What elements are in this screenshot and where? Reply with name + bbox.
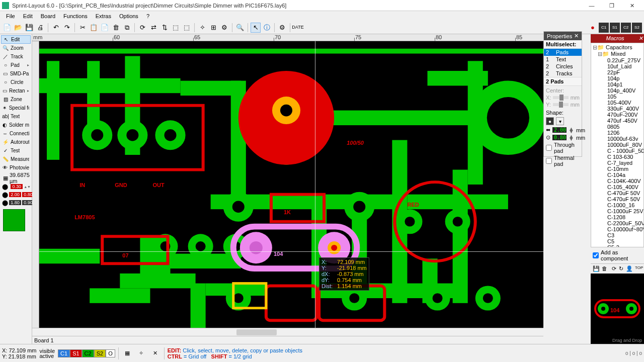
tool-zoom[interactable]: 🔍Zoom	[1, 44, 31, 52]
open-button[interactable]: 📂	[13, 23, 23, 33]
tool-special-form[interactable]: ✶Special form	[1, 104, 31, 112]
tree-sub[interactable]: ⊟📁 Mixed	[592, 51, 642, 57]
tool-text[interactable]: ab|Text	[1, 112, 31, 121]
menu-edit[interactable]: Edit	[19, 12, 37, 20]
tree-item[interactable]: C-104K-400V	[592, 178, 642, 184]
tree-item[interactable]: 330uF_400V	[592, 106, 642, 112]
tree-item[interactable]: 104p_400V	[592, 87, 642, 94]
props-row-tracks[interactable]: 2Tracks	[544, 70, 582, 77]
menu-help[interactable]: ?	[142, 12, 153, 20]
tree-item[interactable]: 10000uF_80V	[592, 142, 642, 148]
rotate-button[interactable]: ⟳	[137, 23, 147, 33]
board-thumbnail[interactable]	[3, 209, 25, 231]
y-slider[interactable]	[553, 103, 569, 106]
param-row-0[interactable]: ⬤0.30▲▼	[1, 183, 31, 190]
tool-measure[interactable]: 📏Measure	[1, 155, 31, 163]
align-button[interactable]: ⊞	[208, 23, 218, 33]
tree-item[interactable]: 470uf -450V	[592, 118, 642, 124]
minimize-button[interactable]: —	[582, 0, 602, 11]
pcb-canvas[interactable]: IN GND OUT LM7805 1K RED 100/50 104 07 X…	[39, 41, 543, 328]
date-button[interactable]: DATE	[293, 23, 303, 33]
tree-item[interactable]: C-10mm	[592, 166, 642, 172]
layer-c2-button[interactable]: C2	[621, 23, 631, 33]
tree-item[interactable]: C5-2	[592, 244, 642, 247]
menu-file[interactable]: File	[2, 12, 19, 20]
macro-user-icon[interactable]: 👤	[626, 265, 633, 273]
copy-button[interactable]: 📋	[89, 23, 99, 33]
status-grid-button[interactable]: ▦	[122, 348, 133, 359]
tool-photoview[interactable]: 👁Photoview	[1, 163, 31, 172]
print-button[interactable]: 🖨	[35, 23, 45, 33]
add-as-component-checkbox[interactable]: Add as component	[591, 248, 644, 262]
tree-item[interactable]: 0805	[592, 124, 642, 130]
macro-preview[interactable]: 104 Drag and Drop	[591, 274, 644, 344]
tree-item[interactable]: 470uF-200V	[592, 112, 642, 118]
props-row-text[interactable]: 1Text	[544, 56, 582, 63]
macro-save-icon[interactable]: 💾	[593, 265, 600, 273]
tool-test[interactable]: ✓Test	[1, 146, 31, 155]
tool-solder-mask[interactable]: ◐Solder mask	[1, 121, 31, 129]
shape-more-button[interactable]: ▾	[556, 117, 564, 125]
drc-button[interactable]: ⚙	[277, 23, 287, 33]
new-button[interactable]: 📄	[2, 23, 12, 33]
layer-o[interactable]: O	[106, 349, 115, 357]
properties-close-icon[interactable]: ✕	[574, 33, 579, 39]
snap-button[interactable]: ✧	[197, 23, 207, 33]
tree-item[interactable]: 10uf_Laid	[592, 63, 642, 69]
cut-button[interactable]: ✂	[77, 23, 88, 33]
pad-drill-value[interactable]: 0.80	[552, 135, 567, 140]
tool-smd-pad[interactable]: ▭SMD-Pad	[1, 69, 31, 78]
tool-edit[interactable]: ↖Edit	[1, 35, 31, 44]
macro-top-icon[interactable]: TOP	[635, 265, 642, 273]
duplicate-button[interactable]: ⧉	[122, 23, 132, 33]
tree-item[interactable]: 1206	[592, 130, 642, 136]
thermal-pad-checkbox[interactable]: Thermal pad	[546, 155, 580, 167]
ungroup-button[interactable]: ⬚	[182, 23, 192, 33]
tree-item[interactable]: C-105_400V	[592, 184, 642, 190]
component-button[interactable]: ⚙	[219, 23, 229, 33]
tree-item[interactable]: C-1000uF 25V	[592, 208, 642, 214]
layer-c1-button[interactable]: C1	[599, 23, 609, 33]
menu-options[interactable]: Options	[115, 12, 142, 20]
macros-close-icon[interactable]: ✕	[638, 35, 643, 42]
tree-item[interactable]: 10000uf-63v	[592, 136, 642, 142]
tree-item[interactable]: C-1000_16	[592, 202, 642, 208]
maximize-button[interactable]: ❐	[602, 0, 622, 11]
tree-item[interactable]: C 103-630	[592, 154, 642, 160]
tree-item[interactable]: 105	[592, 94, 642, 100]
paste-button[interactable]: 📄	[100, 23, 110, 33]
board-tab[interactable]: Board 1	[32, 336, 543, 344]
shape-round-button[interactable]: ●	[546, 117, 554, 125]
grid-readout[interactable]: ▦39.6875 µm	[1, 174, 31, 182]
pad-outer-value[interactable]: 2.00	[552, 127, 567, 133]
tree-item[interactable]: C-104a	[592, 172, 642, 178]
layer-s1-button[interactable]: S1	[610, 23, 620, 33]
layer-s2-button[interactable]: S2	[632, 23, 642, 33]
macros-tree[interactable]: ⊟📁 Capacitors ⊟📁 Mixed0.22uF_275V10uf_La…	[591, 43, 644, 247]
tool-autoroute[interactable]: ⚡Autoroute	[1, 138, 31, 146]
tool-pad[interactable]: ○Pad▸	[1, 61, 31, 69]
tool-connections[interactable]: ↔Connections	[1, 129, 31, 138]
tree-item[interactable]: 22pF	[592, 69, 642, 75]
tree-item[interactable]: C-1208	[592, 214, 642, 220]
info-button[interactable]: ⓘ	[262, 23, 272, 33]
mirror-h-button[interactable]: ⇄	[148, 23, 158, 33]
param-row-1[interactable]: ⬤2.000.80▲▼	[1, 191, 31, 198]
menu-board[interactable]: Board	[37, 12, 59, 20]
mirror-v-button[interactable]: ⇅	[159, 23, 170, 33]
layer-c2[interactable]: C2	[82, 349, 94, 357]
layer-s2[interactable]: S2	[94, 349, 106, 357]
macro-delete-icon[interactable]: 🗑	[602, 265, 607, 273]
tree-item[interactable]: C-470uF 50V	[592, 190, 642, 196]
delete-button[interactable]: 🗑	[111, 23, 121, 33]
save-button[interactable]: 💾	[24, 23, 34, 33]
props-row-circles[interactable]: 2Circles	[544, 63, 582, 70]
through-pad-checkbox[interactable]: Through pad	[546, 142, 580, 154]
tool-circle[interactable]: ○Circle	[1, 78, 31, 86]
close-button[interactable]: ✕	[622, 0, 642, 11]
horizontal-scrollbar[interactable]	[32, 328, 543, 336]
macro-rotate-icon[interactable]: ↻	[619, 265, 624, 273]
menu-functions[interactable]: Functions	[59, 12, 92, 20]
macro-refresh-icon[interactable]: ⟳	[611, 265, 617, 273]
tree-item[interactable]: C-10000uf~80V	[592, 226, 642, 232]
